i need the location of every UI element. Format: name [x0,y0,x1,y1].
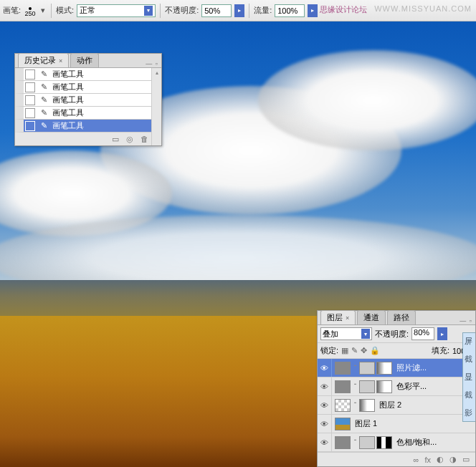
visibility-icon[interactable]: 👁 [318,433,332,451]
tab-label: 历史记录 [24,56,56,64]
snapshot-icon[interactable]: ◎ [126,135,133,144]
brush-preset-picker[interactable]: 250 [24,4,37,17]
mask-icon[interactable]: ◐ [437,455,444,464]
link-layers-icon[interactable]: ∞ [414,456,419,464]
lock-pixels-icon[interactable]: ✎ [351,346,358,355]
watermark-text-1: 思缘设计论坛 [320,4,367,15]
visibility-icon[interactable]: 👁 [318,396,332,414]
watermark-text-2: WWW.MISSYUAN.COM [374,4,472,15]
layer-thumb[interactable] [335,418,351,430]
opacity-input[interactable]: 50% [201,4,232,17]
layer-row[interactable]: 👁 ⁃ 图层 2 [318,396,475,415]
visibility-icon[interactable]: 👁 [318,415,332,433]
brush-icon: ✎ [38,108,49,117]
adjustment-icon[interactable] [359,380,375,393]
close-icon[interactable]: × [59,57,62,64]
layer-blend-select[interactable]: 叠加▾ [320,327,372,340]
popup-item[interactable]: 截 [465,354,474,365]
flow-slider-button[interactable]: ▸ [308,4,318,17]
side-popup-menu[interactable]: 屏 截 显 截 影 [462,332,475,422]
layer-name[interactable]: 色相/饱和... [395,437,437,448]
layer-thumb[interactable] [335,436,351,449]
history-item[interactable]: ✎画笔工具 [15,94,161,107]
chevron-down-icon: ▾ [144,6,153,16]
tab-layers[interactable]: 图层× [320,310,356,324]
popup-item[interactable]: 影 [465,408,474,418]
tab-label: 动作 [77,56,92,64]
history-item[interactable]: ✎画笔工具 [15,68,161,81]
scrollbar[interactable]: ▴ [151,68,161,145]
lock-position-icon[interactable]: ✥ [361,346,367,355]
popup-item[interactable]: 显 [465,372,474,382]
link-icon: ⁃ [352,399,358,412]
history-item-label: 画笔工具 [52,120,84,131]
layer-opacity-input[interactable]: 80% [411,327,434,340]
watermark: 思缘设计论坛 WWW.MISSYUAN.COM [320,4,472,15]
layer-row[interactable]: 👁 ⁃ 色相/饱和... [318,433,475,452]
blend-mode-select[interactable]: 正常 ▾ [77,4,156,17]
mask-thumb[interactable] [359,399,375,412]
adjustment-layer-icon[interactable]: ◑ [449,455,457,464]
lock-all-icon[interactable]: 🔒 [370,346,380,355]
history-checkbox[interactable] [25,69,35,80]
layer-row[interactable]: 👁 ⁃ 照片滤... [318,359,475,377]
close-icon[interactable]: × [346,314,349,322]
layer-thumb[interactable] [335,362,351,375]
layer-thumb[interactable] [335,399,351,412]
popup-item[interactable]: 截 [465,390,474,400]
brush-icon: ✎ [38,69,49,79]
trash-icon[interactable]: 🗑 [141,135,148,143]
visibility-icon[interactable]: 👁 [318,377,332,395]
tab-history[interactable]: 历史记录× [18,53,69,67]
scroll-up-icon[interactable]: ▴ [152,68,161,77]
history-checkbox[interactable] [25,95,35,105]
new-doc-icon[interactable]: ▭ [112,135,119,144]
tab-channels[interactable]: 通道 [357,310,386,324]
layer-name[interactable]: 照片滤... [395,362,427,373]
mask-thumb[interactable] [376,380,392,393]
brush-icon: ✎ [38,121,49,130]
flow-input[interactable]: 100% [275,4,305,17]
layers-footer: ∞ fx ◐ ◑ ▭ [318,452,475,466]
panel-minimize-icon[interactable]: — ▫ [460,317,475,324]
tab-paths[interactable]: 路径 [387,310,416,324]
layer-thumb[interactable] [335,380,351,393]
mask-thumb[interactable] [376,436,392,449]
tab-actions[interactable]: 动作 [70,53,99,67]
fx-icon[interactable]: fx [424,456,431,464]
lock-transparency-icon[interactable]: ▦ [341,346,348,355]
opacity-label: 不透明度: [165,5,199,16]
brush-size-value: 250 [25,10,36,17]
group-icon[interactable]: ▭ [462,455,470,464]
layer-name[interactable]: 色彩平... [395,381,427,392]
history-checkbox[interactable] [25,108,35,118]
adjustment-icon[interactable] [359,436,375,449]
link-icon: ⁃ [352,380,358,393]
popup-item[interactable]: 屏 [465,336,474,347]
options-bar: 画笔: 250 ▾ 模式: 正常 ▾ 不透明度: 50% ▸ 流量: 100% … [0,0,476,21]
history-item[interactable]: ✎画笔工具 [15,81,161,94]
history-checkbox[interactable] [25,121,35,131]
layer-name[interactable]: 图层 2 [378,400,401,410]
fill-label: 填充: [432,345,449,356]
brush-dropdown-icon[interactable]: ▾ [39,4,47,17]
layer-row[interactable]: 👁 图层 1 [318,415,475,433]
panel-minimize-icon[interactable]: — ▫ [146,60,161,67]
history-item[interactable]: ✎画笔工具 [15,107,161,120]
separator [160,4,161,18]
history-list: ✎画笔工具 ✎画笔工具 ✎画笔工具 ✎画笔工具 ✎画笔工具 [15,68,161,133]
layer-blend-value: 叠加 [323,329,338,340]
panel-tabs: 历史记录× 动作 — ▫ [15,54,161,68]
layer-name[interactable]: 图层 1 [353,418,377,429]
opacity-slider-button[interactable]: ▸ [234,4,244,17]
history-item[interactable]: ✎画笔工具 [15,120,161,133]
visibility-icon[interactable]: 👁 [318,359,332,377]
separator [249,4,249,18]
opacity-slider-button[interactable]: ▸ [437,327,447,340]
link-icon: ⁃ [352,362,358,375]
adjustment-icon[interactable] [359,362,375,375]
history-checkbox[interactable] [25,82,35,92]
layer-row[interactable]: 👁 ⁃ 色彩平... [318,377,475,396]
cloud-shape [258,50,476,150]
mask-thumb[interactable] [376,362,392,375]
